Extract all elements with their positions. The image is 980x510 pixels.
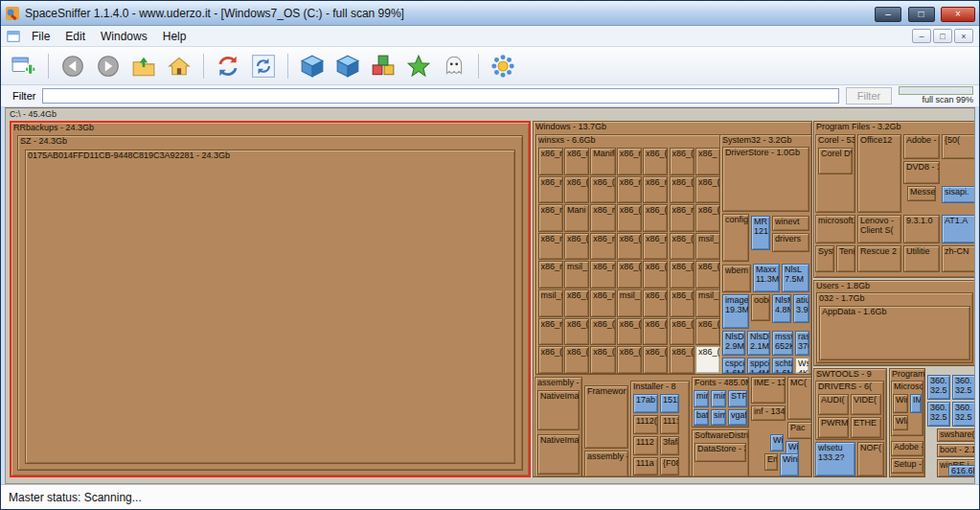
treemap-block[interactable]: winevt	[772, 216, 809, 231]
treemap-block[interactable]: VIDE(	[851, 394, 881, 415]
treemap-block[interactable]: 17ab	[633, 394, 658, 413]
treemap-block[interactable]: MR 121	[751, 216, 770, 250]
treemap-block[interactable]: msil_	[695, 233, 720, 261]
treemap-block[interactable]: atiun 3.9M	[793, 294, 809, 323]
sync-button[interactable]	[213, 51, 243, 81]
treemap-block[interactable]: x86_m	[590, 233, 615, 261]
treemap-block[interactable]: x86_(	[670, 233, 695, 261]
treemap-block[interactable]: x86_(	[564, 346, 589, 374]
treemap-block[interactable]: 360. 32.5	[927, 375, 950, 400]
treemap-block[interactable]: Wla	[893, 415, 908, 430]
treemap-block[interactable]: config - 2	[722, 214, 749, 262]
mdi-minimize-button[interactable]: –	[912, 29, 931, 43]
forward-button[interactable]	[93, 51, 124, 81]
mdi-restore-button[interactable]: □	[933, 29, 952, 43]
treemap-block[interactable]: 616.6M(	[948, 465, 975, 476]
treemap-block[interactable]: IME - 13	[751, 377, 786, 404]
treemap-block[interactable]: Office12	[857, 134, 901, 213]
treemap-block[interactable]: PWRM	[818, 417, 849, 438]
treemap-block[interactable]: x86_(	[643, 148, 668, 175]
treemap-block[interactable]: x86_(	[670, 290, 695, 317]
treemap-block[interactable]: Mani	[564, 204, 589, 232]
menu-edit[interactable]: Edit	[57, 28, 93, 45]
treemap-block[interactable]: x86_(	[590, 346, 615, 374]
treemap-block[interactable]: x86_(	[643, 318, 668, 346]
treemap-block[interactable]: x86_	[695, 148, 720, 175]
treemap-block[interactable]: NativeImage	[537, 434, 580, 475]
treemap-block[interactable]: 360. 32.5	[927, 402, 950, 427]
treemap-block[interactable]: x86_(	[564, 176, 589, 204]
treemap-block[interactable]: {F08	[660, 457, 679, 475]
treemap-block[interactable]: MC(	[787, 377, 812, 420]
treemap-block[interactable]: x86_(	[617, 346, 642, 374]
treemap-block[interactable]: mssv 652K	[772, 331, 793, 356]
treemap-block[interactable]: {50(	[942, 134, 975, 159]
treemap-block[interactable]: x86_(	[695, 261, 720, 289]
treemap-block[interactable]: x86_(	[643, 290, 668, 317]
treemap-block[interactable]: swshare(	[937, 429, 975, 442]
treemap-block[interactable]: x86_(	[590, 318, 615, 346]
treemap-block[interactable]: x86_r	[590, 290, 615, 317]
treemap-block[interactable]: x86_n	[617, 176, 642, 204]
treemap-block[interactable]: x86_(	[590, 176, 615, 204]
treemap-block[interactable]: boot - 2.1(	[937, 444, 975, 457]
treemap-block[interactable]: x86_(	[643, 346, 668, 374]
treemap-block[interactable]: msil_s	[538, 290, 563, 317]
ghost-button[interactable]	[439, 51, 469, 81]
treemap-block[interactable]: 360. 32.5	[952, 375, 975, 400]
treemap-block[interactable]: x86_(	[670, 176, 695, 204]
treemap-block[interactable]: assembly -	[584, 451, 628, 477]
treemap-block[interactable]: oobe	[751, 294, 770, 321]
treemap-block[interactable]: 360. 32.5	[952, 402, 975, 427]
close-button[interactable]: ×	[941, 7, 975, 22]
treemap-block[interactable]: Adobe - 16(	[891, 441, 923, 456]
treemap-block[interactable]: x86_(	[617, 204, 642, 232]
treemap-block[interactable]: 3fafa	[660, 436, 679, 455]
filter-button[interactable]: Filter	[846, 87, 892, 104]
back-button[interactable]	[57, 51, 88, 81]
treemap-block[interactable]: x86_n	[643, 176, 668, 204]
menu-help[interactable]: Help	[155, 28, 194, 45]
treemap-block[interactable]: Messe	[907, 186, 936, 201]
treemap-block[interactable]: x86_n	[590, 204, 615, 232]
treemap-block[interactable]: Rescue 2	[857, 245, 901, 272]
menu-file[interactable]: File	[24, 28, 57, 45]
treemap-block[interactable]: x86_n	[538, 204, 563, 232]
treemap-block[interactable]: 151:	[660, 394, 679, 413]
menu-windows[interactable]: Windows	[93, 28, 155, 45]
treemap-block[interactable]: schta 1.6M	[772, 358, 793, 374]
treemap-block[interactable]: Pac	[787, 422, 812, 439]
treemap-block[interactable]: x86_(	[643, 204, 668, 232]
treemap-block[interactable]: x86_n	[670, 204, 695, 232]
treemap-block[interactable]: ETHE	[851, 417, 881, 438]
treemap-block[interactable]: zh-CN	[942, 245, 975, 272]
new-scan-button[interactable]	[9, 51, 39, 81]
settings-button[interactable]	[488, 51, 518, 81]
treemap-block[interactable]: Corel DV(	[818, 148, 853, 174]
treemap-block[interactable]: x86_(	[617, 318, 642, 346]
treemap-block[interactable]: microsoft.	[815, 215, 855, 243]
treemap-block[interactable]: msil_	[695, 290, 720, 317]
treemap-block[interactable]: NOF(	[857, 442, 884, 476]
treemap-block[interactable]: x86_mi	[564, 148, 589, 175]
minimize-button[interactable]: –	[875, 7, 901, 22]
treemap-block[interactable]: x86_n	[617, 148, 642, 175]
treemap-block[interactable]: x86_(	[670, 346, 695, 374]
treemap-block[interactable]: x86_n	[538, 176, 563, 204]
treemap-block[interactable]: msil_	[617, 290, 642, 317]
treemap-block[interactable]: x86_(	[643, 261, 668, 289]
treemap-block[interactable]: x86_r	[538, 318, 563, 346]
treemap-block[interactable]: 9.3.1.0	[903, 215, 940, 243]
treemap-block[interactable]: vgafxt.f	[728, 409, 747, 426]
treemap-block[interactable]: AppData - 1.6Gb	[819, 306, 970, 360]
treemap-block[interactable]: Wi(	[770, 434, 784, 452]
treemap-block[interactable]: x86_(	[670, 148, 695, 175]
treemap-block[interactable]: x86_(	[617, 261, 642, 289]
treemap-block[interactable]: wlsetu 133.2?	[815, 442, 855, 476]
treemap-block[interactable]: x86_m	[538, 233, 563, 261]
up-folder-button[interactable]	[128, 51, 159, 81]
treemap-block[interactable]: x86_(	[670, 318, 695, 346]
treemap-block[interactable]: NlsD 2.9M	[722, 331, 745, 356]
treemap-block[interactable]: DriverStore - 1.0Gb	[722, 147, 809, 212]
treemap-block[interactable]: x86_n	[643, 233, 668, 261]
